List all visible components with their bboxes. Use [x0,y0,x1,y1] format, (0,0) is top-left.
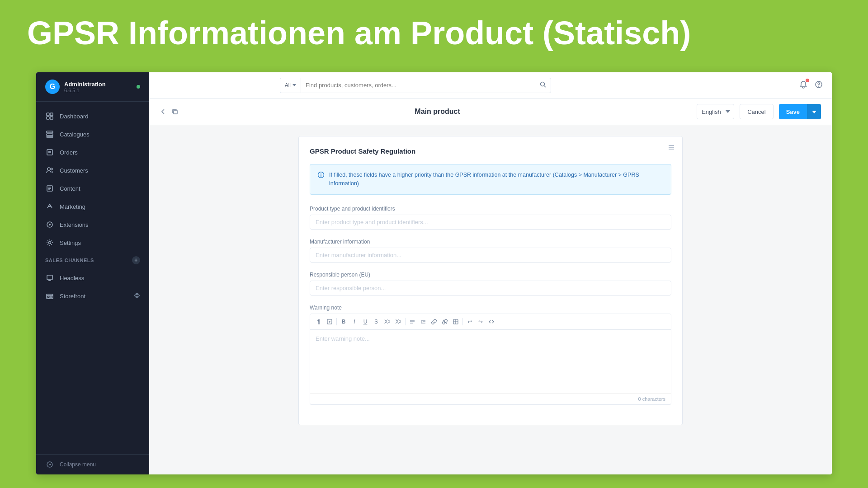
rte-bold-button[interactable]: B [339,317,349,327]
back-button[interactable] [160,108,166,115]
svg-rect-3 [50,117,53,119]
svg-rect-23 [47,294,53,299]
info-text: If filled, these fields have a higher pr… [329,171,664,188]
sidebar-item-headless[interactable]: Headless [36,269,149,287]
rte-link-button[interactable] [429,317,439,327]
rte-subscript-button[interactable]: X2 [393,317,403,327]
language-select[interactable]: English [697,104,734,119]
rte-placeholder: Enter warning note... [316,335,370,342]
sidebar: G Administration 6.6.5.1 Dashboard Catal… [36,72,149,474]
collapse-icon [45,460,54,469]
rte-unlink-button[interactable] [440,317,450,327]
duplicate-button[interactable] [172,108,178,115]
info-icon [317,171,325,188]
sidebar-item-customers-label: Customers [60,167,88,174]
product-type-input[interactable] [310,215,671,230]
search-scope-label: All [285,82,291,89]
rte-superscript-button[interactable]: X2 [382,317,392,327]
search-scope-button[interactable]: All [280,78,301,93]
main-content: All [149,72,832,474]
sidebar-item-extensions[interactable]: Extensions [36,216,149,234]
orders-icon [45,148,54,157]
storefront-visibility-icon[interactable] [134,292,140,300]
sidebar-app-name: Administration [64,81,106,88]
rte-table-button[interactable] [451,317,461,327]
page-title-overlay: GPSR Informationen am Product (Statisch) [0,0,868,66]
responsible-person-input[interactable] [310,281,671,296]
svg-rect-1 [50,113,53,116]
save-button-group: Save [779,104,821,119]
rte-redo-button[interactable]: ↪ [476,317,486,327]
sidebar-item-marketing-label: Marketing [60,203,85,210]
save-button[interactable]: Save [779,104,807,119]
svg-rect-6 [47,136,53,137]
product-toolbar: Main product English Cancel Save [149,99,832,125]
save-dropdown-button[interactable] [807,104,821,119]
sidebar-header: G Administration 6.6.5.1 [36,72,149,102]
char-count: 0 characters [310,393,671,404]
sidebar-item-customers[interactable]: Customers [36,161,149,179]
notifications-button[interactable] [799,80,807,90]
collapse-menu-label: Collapse menu [60,461,96,468]
add-sales-channel-button[interactable]: + [132,256,140,264]
content-area: Main product English Cancel Save GPSR Pr… [149,99,832,474]
rte-strikethrough-button[interactable]: S [371,317,381,327]
form-card: GPSR Product Safety Regulation If filled… [298,136,683,425]
catalogues-icon [45,130,54,139]
rte-expand-button[interactable] [325,317,335,327]
svg-point-28 [540,82,544,86]
topbar: All [149,72,832,99]
sidebar-item-extensions-label: Extensions [60,221,89,228]
rte-separator-3 [462,318,463,325]
rte-underline-button[interactable]: U [360,317,370,327]
sidebar-item-settings-label: Settings [60,239,81,246]
rte-undo-button[interactable]: ↩ [465,317,475,327]
manufacturer-input[interactable] [310,248,671,263]
status-dot [137,85,140,89]
rte-content-area[interactable]: Enter warning note... [310,330,671,393]
sidebar-item-catalogues-label: Catalogues [60,131,90,138]
rte-paragraph-button[interactable]: ¶ [314,317,324,327]
cancel-button[interactable]: Cancel [740,104,773,119]
headless-icon [45,273,54,282]
sidebar-item-storefront[interactable]: Storefront [36,287,149,305]
sidebar-item-storefront-label: Storefront [60,293,85,300]
warning-note-group: Warning note ¶ B I U S [310,305,671,405]
marketing-icon [45,202,54,211]
rte-indent-button[interactable] [418,317,428,327]
content-icon [45,184,54,193]
collapse-menu-button[interactable]: Collapse menu [45,460,140,469]
sidebar-item-dashboard[interactable]: Dashboard [36,107,149,125]
sidebar-item-catalogues[interactable]: Catalogues [36,125,149,143]
svg-point-11 [51,168,52,170]
rte-code-button[interactable] [486,317,496,327]
product-title: Main product [184,108,691,116]
sidebar-footer: Collapse menu [36,454,149,474]
sidebar-item-headless-label: Headless [60,275,84,282]
form-wrapper: GPSR Product Safety Regulation If filled… [149,125,832,474]
sidebar-item-content[interactable]: Content [36,179,149,197]
svg-rect-20 [47,275,52,280]
sales-channels-label: Sales Channels [45,258,94,263]
sidebar-item-orders[interactable]: Orders [36,143,149,161]
notification-badge [806,79,809,82]
search-input-wrapper [301,78,551,93]
search-input[interactable] [306,82,540,89]
sidebar-item-dashboard-label: Dashboard [60,113,89,120]
rte-align-button[interactable] [407,317,417,327]
svg-rect-25 [50,296,52,298]
sidebar-logo: G [45,80,60,94]
info-box: If filled, these fields have a higher pr… [310,164,671,195]
rte-separator-1 [336,318,337,325]
manufacturer-group: Manufacturer information [310,239,671,263]
warning-note-label: Warning note [310,305,671,311]
card-options-button[interactable] [668,144,675,152]
svg-line-48 [443,320,447,324]
customers-icon [45,166,54,175]
help-button[interactable] [815,80,823,90]
extensions-icon [45,220,54,229]
sidebar-item-settings[interactable]: Settings [36,234,149,252]
rte-italic-button[interactable]: I [349,317,359,327]
sidebar-item-marketing[interactable]: Marketing [36,197,149,216]
search-button[interactable] [540,81,546,89]
